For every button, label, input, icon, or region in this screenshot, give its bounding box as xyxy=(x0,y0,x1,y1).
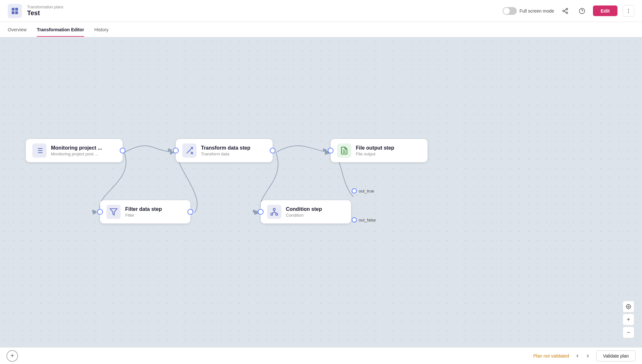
svg-point-33 xyxy=(273,208,276,211)
node-filter-sub: Filter xyxy=(125,213,162,218)
node-transform-title: Transform data step xyxy=(201,145,250,151)
monitoring-out-port[interactable] xyxy=(120,148,125,153)
out-true-label: out_true xyxy=(352,188,374,193)
toggle-knob xyxy=(503,8,510,14)
tabs: Overview Transformation Editor History xyxy=(0,22,642,37)
svg-point-43 xyxy=(626,304,631,309)
zoom-controls: + − xyxy=(623,301,634,338)
validate-button[interactable]: Validate plan xyxy=(596,350,636,361)
zoom-out-button[interactable]: − xyxy=(623,327,634,338)
svg-marker-32 xyxy=(253,210,257,213)
out-false-label: out_false xyxy=(352,217,376,222)
header-subtitle: Transformation plans xyxy=(27,5,503,9)
edit-button[interactable]: Edit xyxy=(593,5,617,16)
filter-in-port[interactable] xyxy=(97,209,103,215)
fullscreen-toggle-wrap: Full screen mode xyxy=(503,7,554,15)
transform-out-port[interactable] xyxy=(270,148,276,153)
svg-line-38 xyxy=(274,212,277,213)
node-fileoutput-title: File output step xyxy=(356,145,394,151)
svg-point-12 xyxy=(628,10,629,11)
canvas[interactable]: Monitoring project ... Monitoring projec… xyxy=(0,37,642,364)
svg-rect-0 xyxy=(12,8,15,11)
help-button[interactable] xyxy=(576,5,588,17)
nav-prev-button[interactable] xyxy=(573,351,582,360)
node-condition-icon xyxy=(267,205,281,219)
fullscreen-toggle[interactable] xyxy=(503,7,517,15)
node-monitoring[interactable]: Monitoring project ... Monitoring projec… xyxy=(26,139,123,162)
node-condition-sub: Condition xyxy=(286,213,322,218)
bottom-right: Plan not validated Validate plan xyxy=(533,350,636,361)
svg-marker-27 xyxy=(92,210,97,213)
plan-status: Plan not validated xyxy=(533,353,569,359)
node-condition[interactable]: Condition step Condition xyxy=(261,200,351,223)
condition-in-port[interactable] xyxy=(258,209,264,215)
node-fileoutput[interactable]: File output step File output xyxy=(331,139,427,162)
svg-point-4 xyxy=(566,8,567,10)
share-button[interactable] xyxy=(559,5,571,17)
svg-rect-1 xyxy=(15,8,18,11)
out-true-text: out_true xyxy=(359,189,374,193)
node-monitoring-sub: Monitoring project post ... xyxy=(51,152,102,156)
filter-out-port[interactable] xyxy=(187,209,193,215)
svg-point-5 xyxy=(563,10,564,12)
node-transform-sub: Transform data xyxy=(201,152,250,156)
node-filter-icon xyxy=(106,205,121,219)
tab-history[interactable]: History xyxy=(95,23,109,37)
svg-marker-29 xyxy=(168,148,173,152)
node-monitoring-title: Monitoring project ... xyxy=(51,145,102,151)
node-filter[interactable]: Filter data step Filter xyxy=(100,200,190,223)
node-transform-icon xyxy=(182,143,196,158)
node-monitoring-text: Monitoring project ... Monitoring projec… xyxy=(51,145,102,156)
node-fileoutput-icon xyxy=(337,143,351,158)
svg-rect-2 xyxy=(12,11,15,14)
transform-in-port[interactable] xyxy=(173,148,179,153)
tab-transformation-editor[interactable]: Transformation Editor xyxy=(37,23,84,37)
node-condition-title: Condition step xyxy=(286,206,322,212)
svg-marker-39 xyxy=(323,148,327,152)
tab-overview[interactable]: Overview xyxy=(8,23,26,37)
svg-marker-28 xyxy=(110,209,117,215)
header-title-block: Transformation plans Test xyxy=(27,5,503,17)
node-fileoutput-text: File output step File output xyxy=(356,145,394,156)
svg-point-11 xyxy=(628,9,629,9)
svg-rect-3 xyxy=(15,11,18,14)
svg-line-37 xyxy=(272,212,274,213)
add-button[interactable]: + xyxy=(6,350,18,362)
node-filter-title: Filter data step xyxy=(125,206,162,212)
node-fileoutput-sub: File output xyxy=(356,152,394,156)
node-monitoring-icon xyxy=(32,143,46,158)
svg-line-8 xyxy=(564,9,566,10)
node-transform-text: Transform data step Transform data xyxy=(201,145,250,156)
svg-point-13 xyxy=(628,12,629,13)
header-title: Test xyxy=(27,9,503,17)
node-condition-text: Condition step Condition xyxy=(286,206,322,218)
svg-point-35 xyxy=(276,213,278,215)
more-button[interactable] xyxy=(623,5,634,17)
app-logo xyxy=(8,4,22,18)
header: Transformation plans Test Full screen mo… xyxy=(0,0,642,22)
fileoutput-in-port[interactable] xyxy=(328,148,334,153)
svg-point-6 xyxy=(566,12,567,14)
zoom-locate-button[interactable] xyxy=(623,301,634,312)
nav-arrows xyxy=(573,351,592,360)
out-false-dot[interactable] xyxy=(352,217,357,222)
svg-line-7 xyxy=(564,11,566,12)
out-true-dot[interactable] xyxy=(352,188,357,193)
node-transform[interactable]: Transform data step Transform data xyxy=(176,139,273,162)
zoom-in-button[interactable]: + xyxy=(623,314,634,325)
nav-next-button[interactable] xyxy=(583,351,592,360)
header-actions: Full screen mode Edit xyxy=(503,5,634,17)
node-filter-text: Filter data step Filter xyxy=(125,206,162,218)
bottom-bar: + Plan not validated Validate plan xyxy=(0,347,642,364)
svg-point-42 xyxy=(628,306,629,308)
out-false-text: out_false xyxy=(359,218,376,222)
svg-point-34 xyxy=(271,213,273,215)
fullscreen-label: Full screen mode xyxy=(519,8,554,14)
